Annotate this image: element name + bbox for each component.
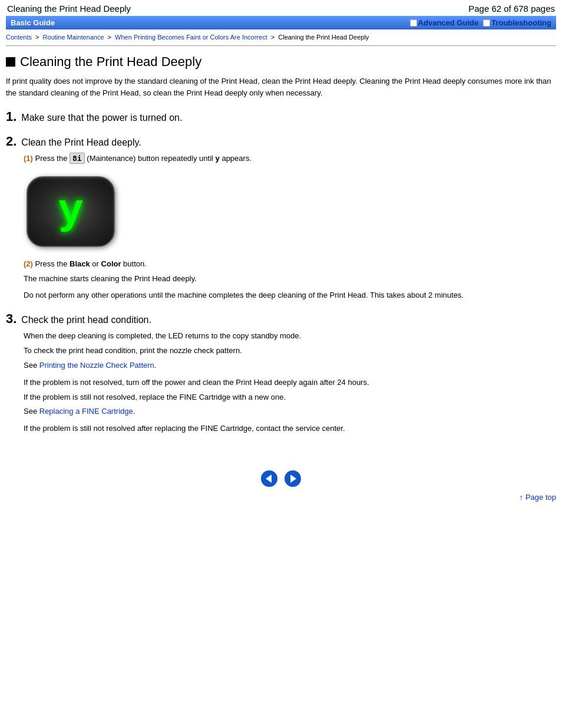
step-2-header: 2. Clean the Print Head deeply. — [6, 135, 556, 148]
advanced-guide-checkbox[interactable] — [410, 19, 417, 27]
page-counter: Page 62 of 678 pages — [468, 4, 555, 14]
nozzle-check-link[interactable]: Printing the Nozzle Check Pattern — [39, 361, 154, 370]
intro-text: If print quality does not improve by the… — [6, 75, 556, 98]
sub-step-1-label: (1) — [24, 154, 33, 163]
troubleshooting-link[interactable]: Troubleshooting — [491, 18, 551, 27]
step-1-number: 1. — [6, 110, 16, 123]
breadcrumb-current: Cleaning the Print Head Deeply — [278, 34, 369, 41]
next-button[interactable] — [285, 470, 301, 487]
nav-bar-links: Advanced Guide Troubleshooting — [410, 18, 551, 27]
sub-step-2-note2: Do not perform any other operations unti… — [24, 289, 556, 301]
breadcrumb-routine-maintenance[interactable]: Routine Maintenance — [43, 34, 104, 41]
heading-block-icon — [6, 57, 15, 67]
step-3-line2: To check the print head condition, print… — [24, 345, 556, 357]
breadcrumb-sep-2: > — [108, 34, 113, 41]
step-2-title: Clean the Print Head deeply. — [21, 137, 141, 148]
fine-cartridge-link[interactable]: Replacing a FINE Cartridge — [39, 407, 133, 416]
breadcrumb-sep-1: > — [35, 34, 41, 41]
sub-step-1-text: Press the 8i (Maintenance) button repeat… — [35, 154, 252, 163]
advanced-guide-link[interactable]: Advanced Guide — [418, 18, 479, 27]
step-3-line7: If the problem is still not resolved aft… — [24, 423, 556, 435]
page-top-link[interactable]: Page top — [525, 493, 556, 502]
led-digit: y — [58, 190, 83, 233]
breadcrumb-contents[interactable]: Contents — [6, 34, 32, 41]
led-display-container: y — [24, 173, 118, 250]
page-top-container: ↑ Page top — [0, 493, 556, 502]
nav-arrows — [0, 470, 562, 487]
color-text: Color — [101, 259, 121, 268]
step-3-header: 3. Check the print head condition. — [6, 312, 556, 325]
troubleshooting-checkbox[interactable] — [483, 19, 490, 27]
main-content: Cleaning the Print Head Deeply If print … — [6, 48, 556, 453]
step-2: 2. Clean the Print Head deeply. (1) Pres… — [6, 135, 556, 301]
sub-step-2: (2) Press the Black or Color button. — [24, 259, 556, 268]
step-1: 1. Make sure that the power is turned on… — [6, 110, 556, 123]
page-top-arrow-icon: ↑ — [519, 493, 523, 502]
step-3-line1: When the deep cleaning is completed, the… — [24, 330, 556, 342]
top-bar: Cleaning the Print Head Deeply Page 62 o… — [0, 0, 562, 16]
maintenance-icon: 8i — [70, 153, 85, 164]
sub-step-2-note1: The machine starts cleaning the Print He… — [24, 273, 556, 285]
breadcrumb-sep-3: > — [271, 34, 276, 41]
step-3-body: When the deep cleaning is completed, the… — [24, 330, 556, 435]
step-3-number: 3. — [6, 312, 16, 325]
sub-step-1: (1) Press the 8i (Maintenance) button re… — [24, 153, 556, 164]
page-heading: Cleaning the Print Head Deeply — [6, 54, 556, 70]
black-text: Black — [70, 259, 90, 268]
step-3-title: Check the print head condition. — [21, 315, 151, 325]
step-3-line3: See Printing the Nozzle Check Pattern. — [24, 360, 556, 372]
y-char: y — [216, 154, 220, 163]
page-title: Cleaning the Print Head Deeply — [7, 4, 131, 14]
sub-step-2-text: Press the Black or Color button. — [35, 259, 147, 268]
step-3-line4: If the problem is not resolved, turn off… — [24, 377, 556, 389]
nav-bar: Basic Guide Advanced Guide Troubleshooti… — [6, 16, 556, 29]
led-display: y — [27, 176, 115, 247]
breadcrumb: Contents > Routine Maintenance > When Pr… — [6, 33, 556, 46]
breadcrumb-printing-faint[interactable]: When Printing Becomes Faint or Colors Ar… — [115, 34, 267, 41]
step-3-line5: If the problem is still not resolved, re… — [24, 391, 556, 404]
sub-step-2-label: (2) — [24, 259, 33, 268]
step-1-title: Make sure that the power is turned on. — [21, 113, 182, 123]
step-3-line6: See Replacing a FINE Cartridge. — [24, 406, 556, 418]
step-2-number: 2. — [6, 135, 16, 148]
step-3: 3. Check the print head condition. When … — [6, 312, 556, 435]
heading-text: Cleaning the Print Head Deeply — [20, 54, 201, 70]
step-1-header: 1. Make sure that the power is turned on… — [6, 110, 556, 123]
basic-guide-label: Basic Guide — [11, 18, 55, 27]
prev-button[interactable] — [261, 470, 277, 487]
